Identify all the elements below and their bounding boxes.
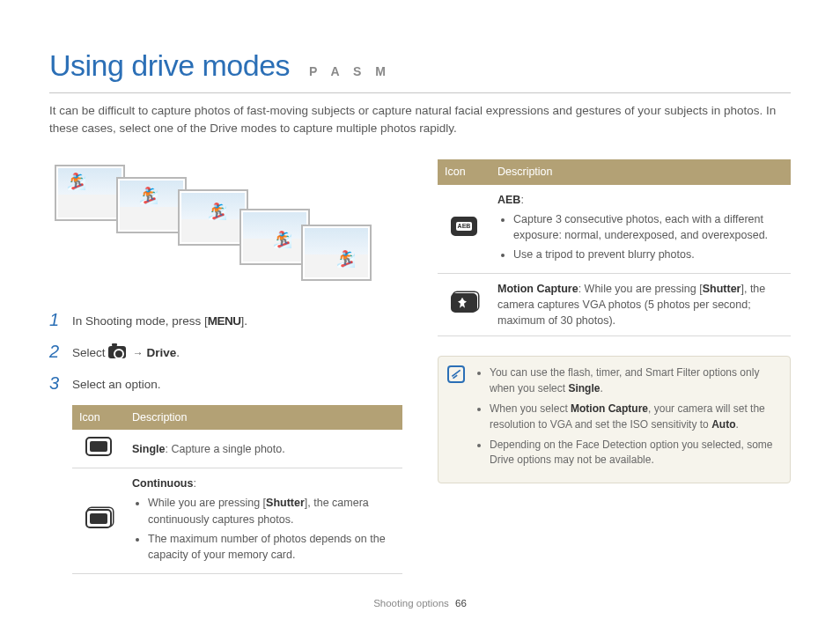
th-icon: Icon — [72, 405, 125, 430]
motion-capture-mode-icon — [451, 293, 477, 313]
th-desc: Description — [490, 159, 791, 184]
mode-badges: P A S M — [309, 63, 391, 80]
list-item: Depending on the Face Detection option y… — [490, 438, 779, 468]
burst-illustration: 🏂 🏂 🏂 🏂 🏂 — [55, 165, 402, 288]
table-row: Continuous: While you are pressing [Shut… — [72, 468, 402, 574]
single-mode-icon — [85, 437, 112, 456]
step-number: 1 — [49, 311, 63, 330]
step-2-text: Select → Drive. — [72, 343, 180, 362]
list-item: You can use the flash, timer, and Smart … — [490, 365, 779, 396]
list-item: When you select Motion Capture, your cam… — [490, 402, 779, 432]
th-icon: Icon — [438, 159, 490, 184]
arrow-icon: → — [133, 347, 144, 359]
table-row: Single: Capture a single photo. — [72, 430, 402, 468]
list-item: The maximum number of photos depends on … — [148, 531, 395, 563]
table-row: Motion Capture: While you are pressing [… — [438, 274, 791, 336]
list-item: Use a tripod to prevent blurry photos. — [513, 247, 784, 262]
camera-icon — [108, 346, 126, 358]
menu-button-label: MENU — [208, 314, 241, 328]
page-title: Using drive modes — [49, 44, 290, 87]
aeb-mode-icon — [451, 217, 477, 236]
page-footer: Shooting options 66 — [0, 596, 840, 611]
page-number: 66 — [455, 598, 467, 608]
note-box: You can use the flash, timer, and Smart … — [438, 356, 791, 483]
steps-list: 1 In Shooting mode, press [MENU]. 2 Sele… — [49, 311, 402, 393]
options-table-left: Icon Description Single: Capture a singl… — [72, 405, 402, 574]
list-item: While you are pressing [Shutter], the ca… — [148, 495, 395, 527]
options-table-right: Icon Description AEB: Capture 3 consecut… — [438, 159, 791, 336]
intro-text: It can be difficult to capture photos of… — [49, 102, 789, 136]
step-number: 2 — [49, 343, 63, 362]
step-3-text: Select an option. — [72, 374, 161, 394]
continuous-mode-icon — [85, 509, 112, 528]
step-1-text: In Shooting mode, press [MENU]. — [72, 311, 247, 330]
th-desc: Description — [125, 405, 402, 430]
title-divider — [49, 92, 791, 93]
table-row: AEB: Capture 3 consecutive photos, each … — [438, 185, 791, 274]
footer-section: Shooting options — [373, 598, 449, 608]
note-icon — [447, 365, 465, 383]
list-item: Capture 3 consecutive photos, each with … — [513, 211, 784, 243]
step-number: 3 — [49, 374, 63, 394]
